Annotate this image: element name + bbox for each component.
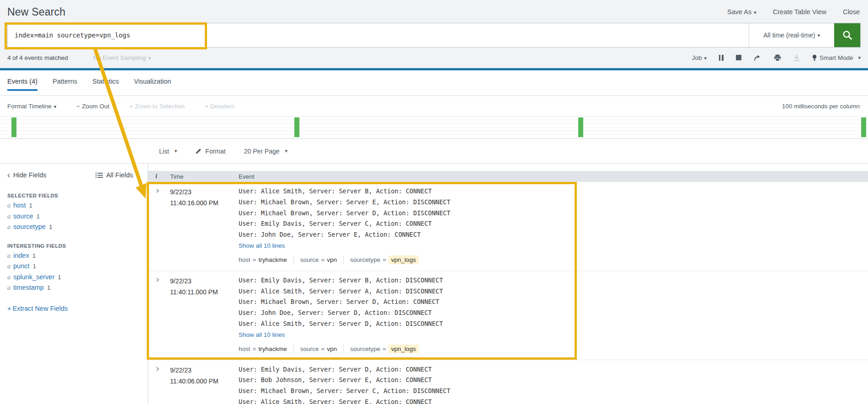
deselect-label: Deselect [210, 103, 234, 110]
share-icon[interactable] [754, 54, 761, 61]
field-item-splunk_server[interactable]: asplunk_server1 [7, 274, 140, 281]
download-icon[interactable] [793, 54, 800, 61]
fields-sidebar-header: ‹ Hide Fields All Fields [7, 171, 140, 179]
timeline-chart[interactable] [0, 116, 868, 139]
caret-down-icon: ▾ [175, 148, 177, 154]
results-toolbar: List▾ Format 20 Per Page▾ [0, 139, 868, 164]
equals-sign: = [321, 256, 325, 263]
hide-fields-button[interactable]: ‹ Hide Fields [7, 171, 47, 179]
event-time: 11:40:11.000 PM [170, 287, 239, 298]
event-time: 11:40:16.000 PM [170, 197, 239, 208]
pause-button[interactable] [719, 55, 724, 61]
chevron-left-icon: ‹ [7, 172, 10, 178]
event-sampling-dropdown[interactable]: No Event Sampling▾ [93, 54, 151, 61]
search-query-input[interactable]: index=main sourcetype=vpn_logs [8, 23, 749, 47]
interesting-fields-list: aindex1apunct1asplunk_server1atimestamp1 [7, 252, 140, 292]
field-item-host[interactable]: ahost1 [7, 202, 140, 209]
page-title: New Search [7, 6, 65, 18]
search-icon [842, 30, 853, 41]
timeline-event-bar[interactable] [11, 117, 16, 137]
tab-patterns[interactable]: Patterns [53, 70, 77, 96]
event-field-value-source[interactable]: vpn [327, 346, 337, 352]
timeline-event-bar[interactable] [861, 117, 866, 137]
field-item-source[interactable]: asource1 [7, 213, 140, 220]
plus-icon: + [129, 103, 133, 110]
extract-new-fields-link[interactable]: +Extract New Fields [7, 305, 140, 312]
selected-fields-title: SELECTED FIELDS [7, 193, 140, 198]
timeline-event-bar[interactable] [578, 117, 583, 137]
field-separator [293, 256, 294, 264]
field-name: index [13, 252, 29, 259]
list-icon [96, 172, 103, 178]
job-controls: Job▾ Smart Mode [692, 54, 861, 61]
smart-mode-dropdown[interactable]: Smart Mode ▾ [812, 54, 861, 61]
expand-chevron-icon[interactable]: > [156, 186, 159, 195]
print-icon[interactable] [774, 54, 781, 61]
search-button[interactable] [834, 23, 860, 47]
field-type-icon: a [7, 284, 11, 291]
smart-mode-label: Smart Mode [820, 54, 853, 61]
event-field-value-host[interactable]: tryhackme [258, 346, 287, 352]
tab-statistics[interactable]: Statistics [92, 70, 119, 96]
event-cell: User: Emily Davis, Server: Server B, Act… [239, 275, 868, 354]
time-range-picker[interactable]: All time (real-time) ▾ [749, 23, 834, 47]
event-line: User: Michael Brown, Server: Server E, A… [239, 197, 868, 208]
event-field-key: source [300, 256, 319, 263]
zoom-to-selection-button[interactable]: +Zoom to Selection [129, 103, 185, 110]
events-table-body: >9/22/2311:40:16.000 PMUser: Alice Smith… [148, 182, 868, 404]
event-field-value-source[interactable]: vpn [327, 256, 337, 263]
job-menu[interactable]: Job▾ [692, 54, 707, 61]
field-item-sourcetype[interactable]: asourcetype1 [7, 223, 140, 231]
header-actions: Save As▾ Create Table View Close [727, 8, 860, 16]
expand-cell: > [148, 364, 170, 404]
event-field-value-sourcetype[interactable]: vpn_logs [389, 255, 419, 264]
create-table-view-button[interactable]: Create Table View [773, 8, 826, 16]
expand-cell: > [148, 275, 170, 354]
field-item-index[interactable]: aindex1 [7, 252, 140, 260]
event-cell: User: Emily Davis, Server: Server D, Act… [239, 364, 868, 404]
time-range-label: All time (real-time) [763, 32, 815, 39]
expand-cell: > [148, 186, 170, 265]
time-cell: 9/22/2311:40:16.000 PM [170, 186, 239, 265]
event-fields-row: host=tryhackmesource=vpnsourcetype=vpn_l… [239, 344, 868, 354]
format-results-label: Format [205, 148, 225, 155]
format-timeline-dropdown[interactable]: Format Timeline▾ [7, 103, 56, 110]
list-view-dropdown[interactable]: List▾ [159, 148, 177, 155]
event-field-value-host[interactable]: tryhackme [258, 256, 287, 263]
per-page-dropdown[interactable]: 20 Per Page▾ [244, 148, 288, 155]
selected-fields-list: ahost1asource1asourcetype1 [7, 202, 140, 231]
field-count: 1 [32, 263, 36, 270]
field-item-timestamp[interactable]: atimestamp1 [7, 284, 140, 292]
format-timeline-label: Format Timeline [7, 103, 52, 110]
show-all-lines-link[interactable]: Show all 10 lines [239, 330, 868, 340]
table-row: >9/22/2311:40:11.000 PMUser: Emily Davis… [148, 271, 868, 360]
event-line: User: John Doe, Server: Server E, Action… [239, 229, 868, 240]
event-field-key: sourcetype [350, 346, 380, 352]
save-as-label: Save As [727, 8, 751, 16]
expand-chevron-icon[interactable]: > [156, 365, 159, 373]
caret-down-icon: ▾ [754, 10, 756, 15]
save-as-button[interactable]: Save As▾ [727, 8, 756, 16]
tab-events-4[interactable]: Events (4) [7, 70, 37, 96]
event-field-value-sourcetype[interactable]: vpn_logs [389, 345, 419, 353]
zoom-to-selection-label: Zoom to Selection [135, 103, 185, 110]
show-all-lines-link[interactable]: Show all 10 lines [239, 240, 868, 251]
field-count: 1 [49, 223, 53, 230]
all-fields-button[interactable]: All Fields [96, 171, 133, 179]
event-line: User: Michael Brown, Server: Server C, A… [239, 386, 868, 397]
timeline-event-bar[interactable] [294, 117, 299, 137]
stop-button[interactable] [736, 55, 741, 60]
tab-visualization[interactable]: Visualization [134, 70, 171, 96]
expand-chevron-icon[interactable]: > [156, 276, 159, 284]
zoom-out-button[interactable]: −Zoom Out [76, 103, 109, 110]
caret-down-icon: ▾ [54, 104, 57, 109]
equals-sign: = [253, 346, 256, 352]
format-results-button[interactable]: Format [195, 148, 225, 155]
field-name: sourcetype [13, 223, 46, 230]
field-name: splunk_server [13, 273, 54, 281]
deselect-button[interactable]: ×Deselect [205, 103, 234, 110]
field-name: host [13, 202, 26, 209]
event-line: User: Emily Davis, Server: Server C, Act… [239, 218, 868, 229]
close-button[interactable]: Close [843, 8, 860, 16]
field-item-punct[interactable]: apunct1 [7, 263, 140, 270]
